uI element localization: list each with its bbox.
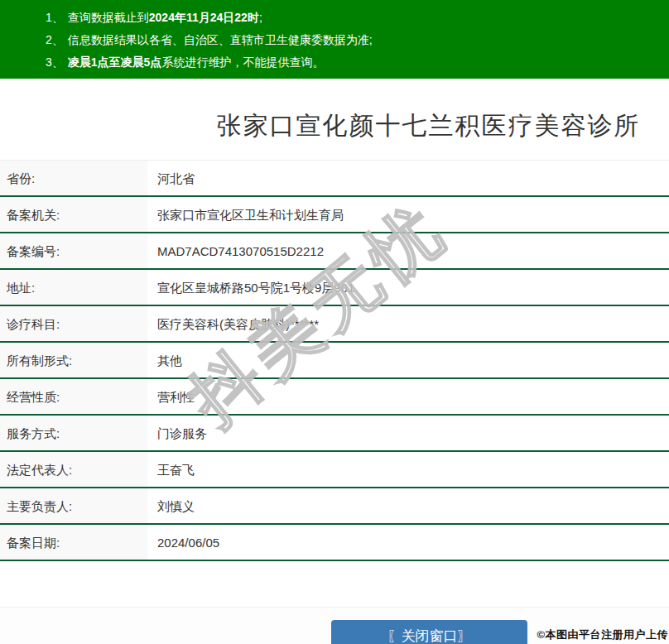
notice-number: 1、	[46, 11, 64, 24]
table-row-departments: 诊疗科目: 医疗美容科(美容皮肤科)******	[0, 306, 669, 343]
page-title: 张家口宣化颜十七兰积医疗美容诊所	[0, 109, 669, 143]
field-label: 主要负责人:	[0, 488, 147, 523]
field-label: 经营性质:	[0, 379, 147, 414]
table-row-principal: 主要负责人: 刘慎义	[0, 488, 669, 525]
table-row-address: 地址: 宣化区皇城桥路50号院1号楼9层901	[0, 270, 669, 306]
field-label: 备案日期:	[0, 525, 147, 560]
field-value: 2024/06/05	[147, 525, 219, 560]
field-label: 地址:	[0, 270, 147, 305]
field-value: MAD7ACD7413070515D2212	[147, 233, 324, 268]
close-window-button[interactable]: 〖关闭窗口〗	[331, 620, 527, 644]
field-label: 省份:	[0, 161, 147, 195]
field-label: 服务方式:	[0, 416, 147, 450]
table-row-province: 省份: 河北省	[0, 161, 669, 197]
field-value: 营利性	[147, 379, 195, 414]
table-row-record-agency: 备案机关: 张家口市宣化区卫生和计划生育局	[0, 197, 669, 233]
table-row-record-number: 备案编号: MAD7ACD7413070515D2212	[0, 233, 669, 270]
field-label: 法定代表人:	[0, 452, 147, 487]
notice-text-bold: 凌晨1点至凌晨5点	[68, 55, 162, 69]
field-value: 张家口市宣化区卫生和计划生育局	[147, 197, 344, 232]
field-value: 刘慎义	[147, 488, 195, 523]
field-label: 诊疗科目:	[0, 306, 147, 341]
field-value: 河北省	[147, 161, 195, 195]
platform-upload-stamp: ©本图由平台注册用户上传	[537, 627, 668, 642]
notice-number: 3、	[46, 55, 64, 69]
table-row-record-date: 备案日期: 2024/06/05	[0, 525, 669, 561]
table-row-operation-nature: 经营性质: 营利性	[0, 379, 669, 416]
notice-bar: 1、查询数据截止到2024年11月24日22时; 2、信息数据结果以各省、自治区…	[0, 0, 669, 79]
field-label: 备案编号:	[0, 233, 147, 268]
field-value: 宣化区皇城桥路50号院1号楼9层901	[147, 270, 354, 305]
field-value: 门诊服务	[147, 416, 207, 450]
table-row-ownership-form: 所有制形式: 其他	[0, 343, 669, 379]
notice-item: 1、查询数据截止到2024年11月24日22时;	[46, 7, 669, 29]
field-label: 备案机关:	[0, 197, 147, 232]
notice-text: 查询数据截止到	[68, 11, 149, 24]
table-row-legal-representative: 法定代表人: 王奋飞	[0, 452, 669, 488]
notice-text: 信息数据结果以各省、自治区、直辖市卫生健康委数据为准;	[68, 33, 373, 46]
field-label: 所有制形式:	[0, 343, 147, 377]
query-result-page: { "notice_bar": { "notices": [ { "num": …	[0, 0, 669, 644]
field-value: 王奋飞	[147, 452, 195, 487]
field-value: 医疗美容科(美容皮肤科)******	[147, 306, 319, 341]
notice-text: ;	[259, 11, 262, 24]
notice-item: 2、信息数据结果以各省、自治区、直辖市卫生健康委数据为准;	[46, 29, 669, 51]
table-row-service-mode: 服务方式: 门诊服务	[0, 416, 669, 452]
institution-info-table: 省份: 河北省 备案机关: 张家口市宣化区卫生和计划生育局 备案编号: MAD7…	[0, 160, 669, 561]
notice-number: 2、	[46, 33, 64, 46]
notice-text-bold: 2024年11月24日22时	[149, 11, 259, 24]
notice-item: 3、凌晨1点至凌晨5点系统进行维护，不能提供查询。	[46, 51, 669, 74]
field-value: 其他	[147, 343, 182, 377]
notice-text: 系统进行维护，不能提供查询。	[161, 55, 324, 69]
main-content: 张家口宣化颜十七兰积医疗美容诊所 省份: 河北省 备案机关: 张家口市宣化区卫生…	[0, 109, 669, 561]
